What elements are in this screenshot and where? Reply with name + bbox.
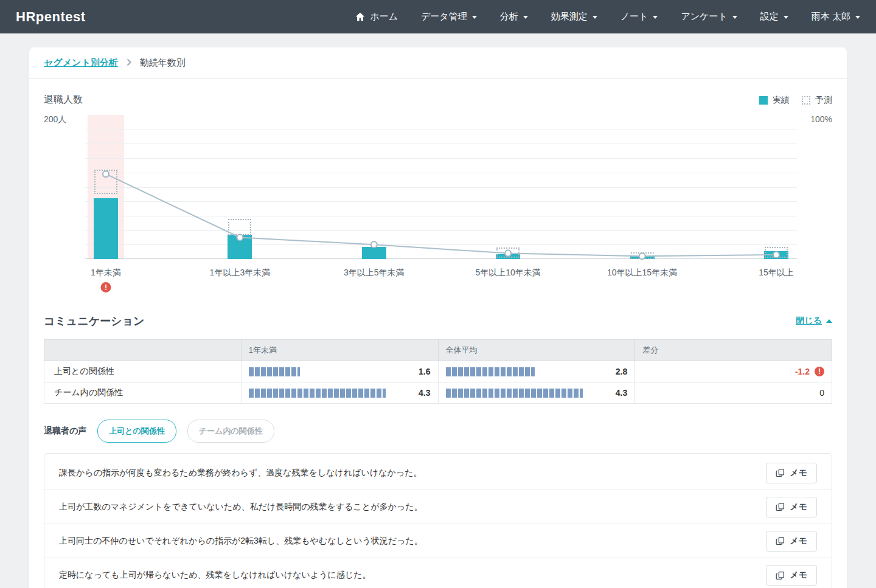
line-marker bbox=[103, 171, 109, 177]
user-name: 雨本 太郎 bbox=[812, 11, 850, 22]
comment-text: 課長からの指示が何度も変わるため業務が終わらず、過度な残業をしなければいけなかっ… bbox=[59, 468, 422, 479]
comment-row: 定時になっても上司が帰らないため、残業をしなければいけないように感じた。 メモ bbox=[44, 558, 832, 588]
nav-item-survey[interactable]: アンケート bbox=[681, 11, 737, 22]
chevron-down-icon bbox=[472, 16, 477, 19]
legend-forecast: 予測 bbox=[802, 95, 832, 106]
bar-track bbox=[446, 367, 605, 376]
nav-item-label: アンケート bbox=[681, 11, 727, 22]
chart-area: 200人 100% bbox=[44, 115, 832, 259]
x-category-label: 1年以上3年未満 bbox=[210, 268, 271, 278]
metric-label: チーム内の関係性 bbox=[44, 382, 242, 404]
line-marker bbox=[505, 251, 511, 257]
tab-team-relationship[interactable]: チーム内の関係性 bbox=[187, 420, 274, 443]
chart-header: 退職人数 実績 予測 bbox=[44, 94, 832, 106]
breadcrumb-current: 勤続年数別 bbox=[140, 57, 186, 69]
chevron-down-icon bbox=[523, 16, 528, 19]
actual-swatch-icon bbox=[759, 96, 768, 105]
x-category-label: 5年以上10年未満 bbox=[476, 268, 541, 278]
home-icon bbox=[355, 12, 365, 21]
nav-item-home[interactable]: ホーム bbox=[355, 11, 398, 22]
section-title: コミュニケーション bbox=[44, 314, 144, 328]
line-marker bbox=[773, 252, 779, 258]
memo-icon bbox=[776, 502, 785, 511]
forecast-swatch-icon bbox=[802, 96, 810, 105]
comment-row: 上司が工数のマネジメントをできていないため、私だけ長時間の残業をすることが多かっ… bbox=[44, 490, 832, 524]
top-nav: HRpentest ホーム データ管理 分析 効果測定 ノート アンケート bbox=[0, 0, 876, 33]
legend-actual: 実績 bbox=[759, 95, 790, 106]
x-category-label: 1年未満 bbox=[91, 268, 121, 278]
memo-button[interactable]: メモ bbox=[766, 463, 817, 483]
nav-menu: ホーム データ管理 分析 効果測定 ノート アンケート 設定 雨本 太郎 bbox=[355, 11, 860, 22]
chart-legend: 実績 予測 bbox=[759, 95, 832, 106]
overall-score-value: 4.3 bbox=[616, 388, 627, 398]
nav-item-data-management[interactable]: データ管理 bbox=[421, 11, 477, 22]
metric-label: 上司との関係性 bbox=[44, 361, 242, 382]
communication-header: コミュニケーション 閉じる bbox=[44, 314, 832, 328]
x-category-label: 10年以上15年未満 bbox=[607, 268, 677, 278]
col-header-segment: 1年未満 bbox=[241, 340, 438, 361]
breadcrumb: セグメント別分析 勤続年数別 bbox=[29, 47, 847, 79]
line-marker bbox=[237, 234, 243, 240]
communication-table: 1年未満 全体平均 差分 上司との関係性 1.6 bbox=[44, 339, 832, 404]
comment-text: 定時になっても上司が帰らないため、残業をしなければいけないように感じた。 bbox=[59, 570, 371, 581]
chevron-down-icon bbox=[784, 16, 788, 19]
segment-score-value: 4.3 bbox=[419, 388, 430, 398]
app-logo: HRpentest bbox=[16, 9, 86, 25]
col-header-diff: 差分 bbox=[635, 340, 832, 361]
category-alert-icon[interactable]: ! bbox=[101, 282, 111, 292]
memo-button-label: メモ bbox=[790, 536, 807, 547]
memo-button[interactable]: メモ bbox=[766, 565, 817, 586]
table-row: 上司との関係性 1.6 2.8 bbox=[44, 361, 832, 382]
table-row: チーム内の関係性 4.3 4.3 bbox=[44, 382, 832, 404]
breadcrumb-parent-link[interactable]: セグメント別分析 bbox=[44, 57, 118, 69]
memo-button[interactable]: メモ bbox=[766, 531, 817, 552]
chart-plot bbox=[85, 115, 797, 259]
legend-actual-label: 実績 bbox=[773, 95, 790, 106]
chevron-right-icon bbox=[127, 58, 131, 68]
legend-forecast-label: 予測 bbox=[815, 95, 832, 106]
nav-item-label: ノート bbox=[620, 11, 648, 22]
nav-item-settings[interactable]: 設定 bbox=[760, 11, 788, 22]
nav-item-effect-measurement[interactable]: 効果測定 bbox=[551, 11, 597, 22]
nav-item-label: 効果測定 bbox=[551, 11, 588, 22]
nav-item-label: 設定 bbox=[760, 11, 779, 22]
nav-item-label: データ管理 bbox=[421, 11, 467, 22]
voices-toolbar: 退職者の声 上司との関係性 チーム内の関係性 bbox=[44, 420, 832, 443]
memo-button[interactable]: メモ bbox=[766, 497, 817, 517]
bar-track bbox=[249, 389, 408, 398]
chevron-down-icon bbox=[855, 16, 860, 19]
collapse-section-link[interactable]: 閉じる bbox=[796, 316, 832, 327]
x-category-label: 15年以上 bbox=[759, 268, 794, 278]
overall-score-value: 2.8 bbox=[616, 367, 627, 376]
memo-icon bbox=[776, 536, 785, 545]
trend-line bbox=[85, 115, 797, 259]
voices-label: 退職者の声 bbox=[44, 426, 86, 437]
comment-row: 上司同士の不仲のせいでそれぞれからの指示が2転3転し、残業もやむなしという状況だ… bbox=[44, 524, 832, 558]
comment-text: 上司が工数のマネジメントをできていないため、私だけ長時間の残業をすることが多かっ… bbox=[59, 502, 423, 513]
main-panel: セグメント別分析 勤続年数別 退職人数 実績 予測 200人 bbox=[29, 47, 847, 588]
x-category-label: 3年以上5年未満 bbox=[344, 268, 405, 278]
chevron-down-icon bbox=[653, 16, 658, 19]
segment-score-bar bbox=[249, 367, 300, 376]
nav-item-label: 分析 bbox=[500, 11, 518, 22]
memo-button-label: メモ bbox=[790, 502, 807, 513]
collapse-label: 閉じる bbox=[796, 316, 822, 327]
comment-row: 課長からの指示が何度も変わるため業務が終わらず、過度な残業をしなければいけなかっ… bbox=[44, 456, 832, 490]
comments-card: 課長からの指示が何度も変わるため業務が終わらず、過度な残業をしなければいけなかっ… bbox=[44, 453, 832, 588]
nav-item-analysis[interactable]: 分析 bbox=[500, 11, 528, 22]
chart-title: 退職人数 bbox=[44, 94, 83, 106]
nav-item-notes[interactable]: ノート bbox=[620, 11, 658, 22]
chart-x-axis: 1年未満1年以上3年未満3年以上5年未満5年以上10年未満10年以上15年未満1… bbox=[85, 259, 797, 297]
diff-value: 0 bbox=[819, 388, 824, 398]
comment-text: 上司同士の不仲のせいでそれぞれからの指示が2転3転し、残業もやむなしという状況だ… bbox=[59, 536, 423, 547]
tab-boss-relationship[interactable]: 上司との関係性 bbox=[97, 420, 176, 443]
line-marker bbox=[639, 253, 645, 259]
bar-track bbox=[446, 389, 605, 398]
nav-user-menu[interactable]: 雨本 太郎 bbox=[812, 11, 860, 22]
chevron-down-icon bbox=[732, 16, 737, 19]
diff-alert-icon[interactable]: ! bbox=[815, 367, 824, 376]
segment-score-bar bbox=[249, 389, 386, 398]
chevron-up-icon bbox=[826, 319, 832, 323]
overall-score-bar bbox=[446, 389, 583, 398]
col-header-empty bbox=[44, 340, 242, 361]
